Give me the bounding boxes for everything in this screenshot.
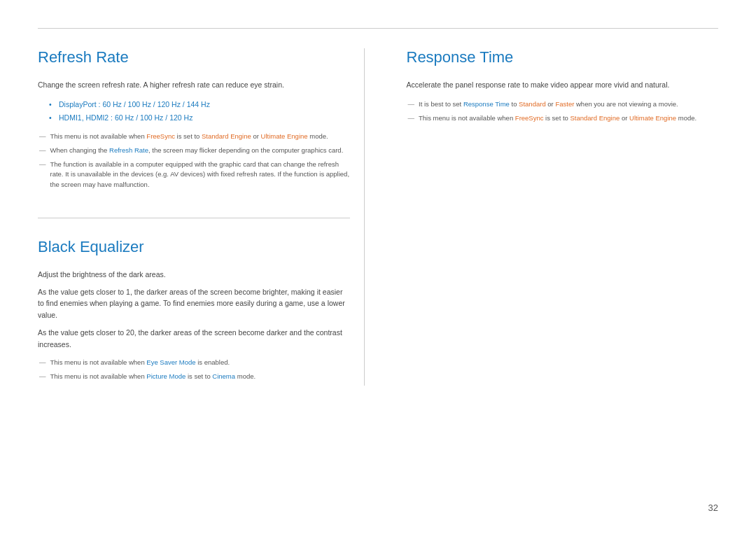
- highlight-standard: Standard: [519, 100, 546, 108]
- note-dash-be-1: ―: [39, 358, 46, 367]
- note-text-be-1: This menu is not available when Eye Save…: [50, 358, 230, 367]
- note-text-1: This menu is not available when FreeSync…: [50, 132, 328, 141]
- highlight-picture-mode: Picture Mode: [146, 372, 186, 380]
- refresh-rate-note-2: ― When changing the Refresh Rate, the sc…: [38, 146, 350, 155]
- bullet-displayport: DisplayPort : 60 Hz / 100 Hz / 120 Hz / …: [49, 98, 350, 111]
- refresh-rate-title: Refresh Rate: [38, 48, 350, 66]
- note-dash-rt-2: ―: [408, 113, 415, 123]
- response-time-note-2: ― This menu is not available when FreeSy…: [407, 113, 719, 123]
- note-dash-rt-1: ―: [408, 99, 415, 109]
- refresh-rate-description: Change the screen refresh rate. A higher…: [38, 79, 350, 91]
- highlight-standard-engine-1: Standard Engine: [202, 132, 251, 140]
- black-equalizer-para-3: As the value gets closer to 20, the dark…: [38, 327, 350, 351]
- highlight-refresh-rate: Refresh Rate: [109, 146, 148, 154]
- page-number: 32: [708, 503, 718, 513]
- note-text-be-2: This menu is not available when Picture …: [50, 372, 256, 381]
- page: Refresh Rate Change the screen refresh r…: [0, 0, 756, 534]
- top-divider: [38, 28, 718, 29]
- note-text-rt-2: This menu is not available when FreeSync…: [419, 113, 696, 123]
- black-equalizer-note-2: ― This menu is not available when Pictur…: [38, 372, 350, 381]
- black-equalizer-para-1: Adjust the brightness of the dark areas.: [38, 269, 350, 281]
- note-text-3: The function is available in a computer …: [50, 160, 350, 190]
- response-time-note-1: ― It is best to set Response Time to Sta…: [407, 99, 719, 109]
- highlight-cinema: Cinema: [212, 372, 235, 380]
- highlight-faster: Faster: [555, 100, 574, 108]
- black-equalizer-title: Black Equalizer: [38, 238, 350, 256]
- refresh-rate-column: Refresh Rate Change the screen refresh r…: [38, 48, 365, 386]
- note-text-2: When changing the Refresh Rate, the scre…: [50, 146, 344, 155]
- note-dash-2: ―: [39, 146, 46, 155]
- response-time-title: Response Time: [407, 48, 719, 66]
- black-equalizer-note-1: ― This menu is not available when Eye Sa…: [38, 358, 350, 367]
- main-columns: Refresh Rate Change the screen refresh r…: [38, 48, 718, 386]
- black-equalizer-section: Black Equalizer Adjust the brightness of…: [38, 218, 350, 381]
- refresh-rate-note-1: ― This menu is not available when FreeSy…: [38, 132, 350, 141]
- highlight-eye-saver: Eye Saver Mode: [146, 358, 195, 366]
- bullet-hdmi: HDMI1, HDMI2 : 60 Hz / 100 Hz / 120 Hz: [49, 111, 350, 125]
- black-equalizer-para-2: As the value gets closer to 1, the darke…: [38, 286, 350, 321]
- note-text-rt-1: It is best to set Response Time to Stand…: [419, 99, 678, 109]
- note-dash-3: ―: [39, 160, 46, 169]
- highlight-response-time: Response Time: [463, 100, 510, 108]
- highlight-freesync-1: FreeSync: [146, 132, 175, 140]
- refresh-rate-bullets: DisplayPort : 60 Hz / 100 Hz / 120 Hz / …: [49, 98, 350, 125]
- response-time-column: Response Time Accelerate the panel respo…: [393, 48, 719, 386]
- highlight-ultimate-engine-rt: Ultimate Engine: [629, 114, 676, 122]
- highlight-freesync-rt: FreeSync: [515, 114, 544, 122]
- note-dash-be-2: ―: [39, 372, 46, 381]
- response-time-description: Accelerate the panel response rate to ma…: [407, 79, 719, 91]
- black-equalizer-divider: [38, 218, 350, 218]
- highlight-standard-engine-rt: Standard Engine: [570, 114, 620, 122]
- note-dash-1: ―: [39, 132, 46, 141]
- refresh-rate-note-3: ― The function is available in a compute…: [38, 160, 350, 190]
- highlight-ultimate-engine-1: Ultimate Engine: [261, 132, 308, 140]
